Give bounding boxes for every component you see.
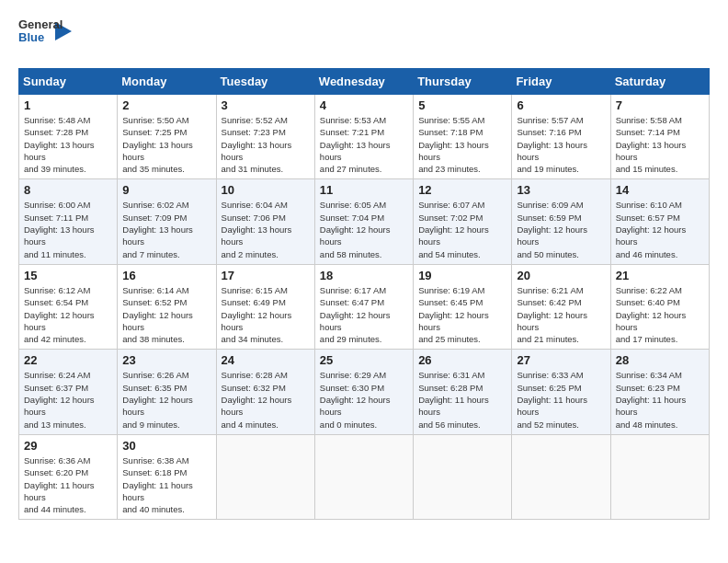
day-info: Sunrise: 5:48 AMSunset: 7:28 PMDaylight:… <box>24 114 112 175</box>
header-thursday: Thursday <box>414 69 512 95</box>
day-number: 17 <box>222 269 310 282</box>
header-monday: Monday <box>118 69 216 95</box>
day-cell-20: 20Sunrise: 6:21 AMSunset: 6:42 PMDayligh… <box>512 264 610 349</box>
day-cell-25: 25Sunrise: 6:29 AMSunset: 6:30 PMDayligh… <box>314 350 413 434</box>
day-cell-9: 9Sunrise: 6:02 AMSunset: 7:09 PMDaylight… <box>118 179 216 264</box>
day-cell-11: 11Sunrise: 6:05 AMSunset: 7:04 PMDayligh… <box>314 179 413 264</box>
day-info: Sunrise: 6:21 AMSunset: 6:42 PMDaylight:… <box>517 284 605 345</box>
day-cell-17: 17Sunrise: 6:15 AMSunset: 6:49 PMDayligh… <box>216 264 314 349</box>
day-cell-7: 7Sunrise: 5:58 AMSunset: 7:14 PMDaylight… <box>610 95 709 179</box>
day-info: Sunrise: 6:05 AMSunset: 7:04 PMDaylight:… <box>320 199 408 259</box>
day-number: 21 <box>616 269 704 282</box>
week-row-5: 29Sunrise: 6:36 AMSunset: 6:20 PMDayligh… <box>19 434 710 519</box>
week-row-1: 1Sunrise: 5:48 AMSunset: 7:28 PMDaylight… <box>19 95 710 179</box>
day-info: Sunrise: 6:26 AMSunset: 6:35 PMDaylight:… <box>122 369 210 430</box>
day-cell-12: 12Sunrise: 6:07 AMSunset: 7:02 PMDayligh… <box>414 179 512 264</box>
week-row-2: 8Sunrise: 6:00 AMSunset: 7:11 PMDaylight… <box>19 179 710 264</box>
day-number: 23 <box>122 353 210 367</box>
day-cell-16: 16Sunrise: 6:14 AMSunset: 6:52 PMDayligh… <box>118 264 216 349</box>
day-cell-29: 29Sunrise: 6:36 AMSunset: 6:20 PMDayligh… <box>19 434 118 519</box>
day-number: 24 <box>222 353 310 367</box>
page-header: General Blue <box>18 18 710 53</box>
day-info: Sunrise: 6:17 AMSunset: 6:47 PMDaylight:… <box>320 284 408 345</box>
day-cell-5: 5Sunrise: 5:55 AMSunset: 7:18 PMDaylight… <box>414 95 512 179</box>
header-friday: Friday <box>512 69 610 95</box>
day-info: Sunrise: 6:15 AMSunset: 6:49 PMDaylight:… <box>222 284 310 345</box>
day-info: Sunrise: 6:29 AMSunset: 6:30 PMDaylight:… <box>320 369 408 430</box>
day-info: Sunrise: 6:31 AMSunset: 6:28 PMDaylight:… <box>418 369 506 430</box>
day-info: Sunrise: 6:38 AMSunset: 6:18 PMDaylight:… <box>122 454 210 515</box>
day-info: Sunrise: 6:02 AMSunset: 7:09 PMDaylight:… <box>122 199 210 259</box>
header-saturday: Saturday <box>610 69 709 95</box>
day-info: Sunrise: 5:58 AMSunset: 7:14 PMDaylight:… <box>616 114 704 175</box>
day-cell-2: 2Sunrise: 5:50 AMSunset: 7:25 PMDaylight… <box>118 95 216 179</box>
day-number: 27 <box>517 353 605 367</box>
day-number: 7 <box>616 98 704 112</box>
day-cell-22: 22Sunrise: 6:24 AMSunset: 6:37 PMDayligh… <box>19 350 118 434</box>
header-wednesday: Wednesday <box>314 69 413 95</box>
day-cell-6: 6Sunrise: 5:57 AMSunset: 7:16 PMDaylight… <box>512 95 610 179</box>
day-info: Sunrise: 6:14 AMSunset: 6:52 PMDaylight:… <box>122 284 210 345</box>
day-number: 15 <box>24 269 112 282</box>
day-info: Sunrise: 6:19 AMSunset: 6:45 PMDaylight:… <box>418 284 506 345</box>
day-cell-28: 28Sunrise: 6:34 AMSunset: 6:23 PMDayligh… <box>610 350 709 434</box>
day-number: 9 <box>122 183 210 197</box>
day-info: Sunrise: 5:57 AMSunset: 7:16 PMDaylight:… <box>517 114 605 175</box>
day-number: 6 <box>517 98 605 112</box>
day-number: 13 <box>517 183 605 197</box>
day-info: Sunrise: 6:36 AMSunset: 6:20 PMDaylight:… <box>24 454 112 515</box>
day-cell-13: 13Sunrise: 6:09 AMSunset: 6:59 PMDayligh… <box>512 179 610 264</box>
week-row-4: 22Sunrise: 6:24 AMSunset: 6:37 PMDayligh… <box>19 350 710 434</box>
day-cell-4: 4Sunrise: 5:53 AMSunset: 7:21 PMDaylight… <box>314 95 413 179</box>
day-info: Sunrise: 6:12 AMSunset: 6:54 PMDaylight:… <box>24 284 112 345</box>
day-number: 12 <box>418 183 506 197</box>
day-info: Sunrise: 6:07 AMSunset: 7:02 PMDaylight:… <box>418 199 506 259</box>
weekday-header-row: Sunday Monday Tuesday Wednesday Thursday… <box>19 69 710 95</box>
day-cell-8: 8Sunrise: 6:00 AMSunset: 7:11 PMDaylight… <box>19 179 118 264</box>
day-info: Sunrise: 6:34 AMSunset: 6:23 PMDaylight:… <box>616 369 704 430</box>
day-info: Sunrise: 5:55 AMSunset: 7:18 PMDaylight:… <box>418 114 506 175</box>
day-number: 30 <box>122 439 210 453</box>
header-tuesday: Tuesday <box>216 69 314 95</box>
day-number: 14 <box>616 183 704 197</box>
day-cell-3: 3Sunrise: 5:52 AMSunset: 7:23 PMDaylight… <box>216 95 314 179</box>
day-number: 25 <box>320 353 408 367</box>
day-number: 11 <box>320 183 408 197</box>
day-info: Sunrise: 6:09 AMSunset: 6:59 PMDaylight:… <box>517 199 605 259</box>
day-number: 2 <box>122 98 210 112</box>
day-cell-18: 18Sunrise: 6:17 AMSunset: 6:47 PMDayligh… <box>314 264 413 349</box>
day-info: Sunrise: 5:52 AMSunset: 7:23 PMDaylight:… <box>222 114 310 175</box>
day-number: 8 <box>24 183 112 197</box>
day-number: 22 <box>24 353 112 367</box>
day-info: Sunrise: 6:22 AMSunset: 6:40 PMDaylight:… <box>616 284 704 345</box>
empty-cell <box>512 434 610 519</box>
day-number: 16 <box>122 269 210 282</box>
day-cell-14: 14Sunrise: 6:10 AMSunset: 6:57 PMDayligh… <box>610 179 709 264</box>
empty-cell <box>216 434 314 519</box>
day-number: 19 <box>418 269 506 282</box>
day-cell-15: 15Sunrise: 6:12 AMSunset: 6:54 PMDayligh… <box>19 264 118 349</box>
empty-cell <box>414 434 512 519</box>
calendar-table: Sunday Monday Tuesday Wednesday Thursday… <box>18 68 710 520</box>
day-number: 29 <box>24 439 112 453</box>
day-number: 3 <box>222 98 310 112</box>
empty-cell <box>610 434 709 519</box>
day-info: Sunrise: 6:24 AMSunset: 6:37 PMDaylight:… <box>24 369 112 430</box>
day-cell-30: 30Sunrise: 6:38 AMSunset: 6:18 PMDayligh… <box>118 434 216 519</box>
day-number: 4 <box>320 98 408 112</box>
day-number: 18 <box>320 269 408 282</box>
day-cell-10: 10Sunrise: 6:04 AMSunset: 7:06 PMDayligh… <box>216 179 314 264</box>
day-cell-1: 1Sunrise: 5:48 AMSunset: 7:28 PMDaylight… <box>19 95 118 179</box>
day-number: 28 <box>616 353 704 367</box>
day-cell-19: 19Sunrise: 6:19 AMSunset: 6:45 PMDayligh… <box>414 264 512 349</box>
day-info: Sunrise: 6:10 AMSunset: 6:57 PMDaylight:… <box>616 199 704 259</box>
day-number: 26 <box>418 353 506 367</box>
header-sunday: Sunday <box>19 69 118 95</box>
day-number: 10 <box>222 183 310 197</box>
day-info: Sunrise: 6:28 AMSunset: 6:32 PMDaylight:… <box>222 369 310 430</box>
day-info: Sunrise: 6:00 AMSunset: 7:11 PMDaylight:… <box>24 199 112 259</box>
day-cell-24: 24Sunrise: 6:28 AMSunset: 6:32 PMDayligh… <box>216 350 314 434</box>
day-info: Sunrise: 6:33 AMSunset: 6:25 PMDaylight:… <box>517 369 605 430</box>
week-row-3: 15Sunrise: 6:12 AMSunset: 6:54 PMDayligh… <box>19 264 710 349</box>
day-info: Sunrise: 6:04 AMSunset: 7:06 PMDaylight:… <box>222 199 310 259</box>
